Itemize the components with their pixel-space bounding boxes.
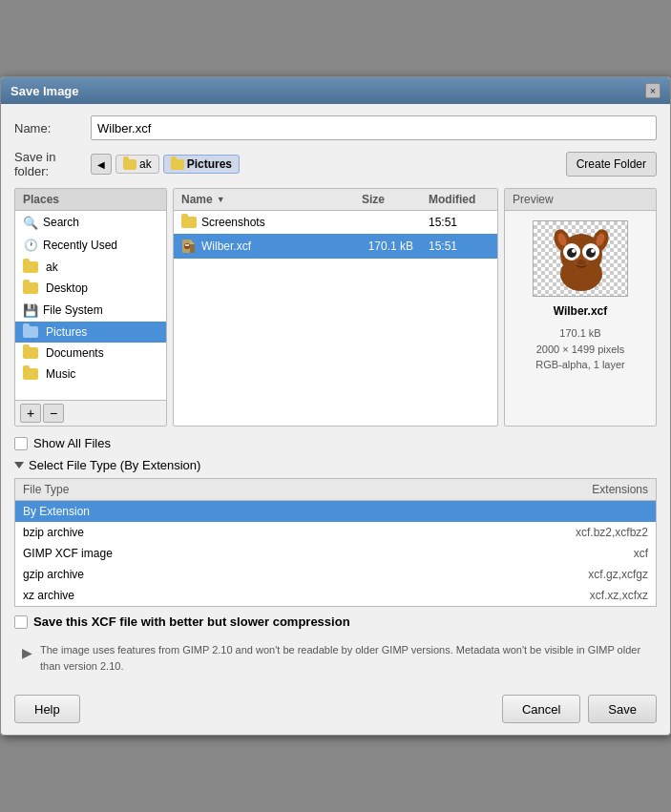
sidebar-item-desktop-label: Desktop [46, 281, 88, 295]
sidebar-item-pictures[interactable]: Pictures [15, 322, 166, 343]
filetype-name-gzip: gzip archive [15, 564, 364, 585]
svg-point-17 [591, 249, 595, 253]
svg-point-5 [187, 244, 189, 246]
compression-checkbox[interactable] [14, 615, 28, 629]
file-item-wilber[interactable]: Wilber.xcf 170.1 kB 15:51 [174, 234, 497, 259]
filetype-name-bzip: bzip archive [15, 522, 364, 543]
info-text: The image uses features from GIMP 2.10 a… [40, 642, 649, 674]
main-area: Places 🔍 Search 🕐 Recently Used [14, 188, 657, 427]
sidebar-item-ak[interactable]: ak [15, 257, 166, 278]
show-all-files-row: Show All Files [14, 436, 657, 450]
filetype-row-byext[interactable]: By Extension [15, 501, 657, 523]
svg-point-19 [574, 257, 589, 266]
breadcrumb-pictures[interactable]: Pictures [163, 155, 240, 174]
col-modified[interactable]: Modified [421, 189, 497, 210]
files-panel: Name ▼ Size Modified Screenshots 15:5 [173, 188, 498, 427]
col-filetype: File Type [15, 479, 364, 501]
sidebar-item-recently-used[interactable]: 🕐 Recently Used [15, 234, 166, 257]
name-row: Name: [14, 115, 657, 140]
folder-icon-screenshots [181, 217, 197, 228]
sidebar-item-filesystem-label: File System [43, 303, 103, 317]
folder-icon-documents [23, 347, 38, 359]
files-list: Screenshots 15:51 [174, 211, 497, 426]
sidebar-item-file-system[interactable]: 💾 File System [15, 299, 166, 322]
svg-point-4 [185, 244, 187, 246]
svg-point-16 [572, 249, 576, 253]
preview-body: Wilber.xcf 170.1 kB 2000 × 1499 pixels R… [505, 211, 656, 426]
col-size[interactable]: Size [354, 189, 421, 210]
file-mod-screenshots: 15:51 [421, 214, 497, 231]
filetype-ext-bzip: xcf.bz2,xcfbz2 [364, 522, 657, 543]
sidebar-item-documents[interactable]: Documents [15, 343, 166, 364]
file-size-wilber: 170.1 kB [354, 238, 421, 255]
svg-point-14 [567, 248, 577, 258]
dialog-buttons: Help Cancel Save [14, 691, 657, 723]
folder-row: Save in folder: ◀ ak Pictures Create Fol… [14, 150, 657, 178]
file-name-screenshots: Screenshots [174, 214, 354, 231]
show-all-files-label: Show All Files [33, 436, 111, 450]
places-list: 🔍 Search 🕐 Recently Used ak [15, 211, 166, 400]
compression-label: Save this XCF file with better but slowe… [33, 614, 350, 629]
breadcrumb-pictures-label: Pictures [187, 157, 232, 171]
show-all-files-checkbox[interactable] [14, 437, 28, 450]
breadcrumb-ak[interactable]: ak [115, 155, 159, 174]
filetype-ext-xz: xcf.xz,xcfxz [364, 585, 657, 607]
preview-header: Preview [505, 189, 656, 211]
filetype-row-xcf[interactable]: GIMP XCF image xcf [15, 543, 657, 564]
svg-marker-2 [190, 239, 195, 244]
filetype-row-gzip[interactable]: gzip archive xcf.gz,xcfgz [15, 564, 657, 585]
name-label: Name: [14, 121, 91, 135]
sidebar-item-search-label: Search [43, 216, 79, 229]
file-item-screenshots[interactable]: Screenshots 15:51 [174, 211, 497, 234]
nav-back-button[interactable]: ◀ [91, 154, 112, 175]
file-size-screenshots [354, 220, 421, 224]
info-section: ▶ The image uses features from GIMP 2.10… [14, 636, 657, 679]
remove-place-button[interactable]: − [43, 404, 64, 423]
filetype-table: File Type Extensions By Extension bzip a… [14, 478, 657, 607]
folder-nav: ◀ ak Pictures Create Folder [91, 152, 657, 177]
folder-icon-pictures [171, 159, 184, 170]
file-name-wilber: Wilber.xcf [174, 237, 354, 256]
dialog-content: Name: Save in folder: ◀ ak Pictures Crea… [1, 104, 670, 735]
filetype-row-xz[interactable]: xz archive xcf.xz,xcfxz [15, 585, 657, 607]
sidebar-item-music[interactable]: Music [15, 364, 166, 385]
breadcrumb-ak-label: ak [139, 157, 152, 171]
close-button[interactable]: × [645, 83, 661, 98]
filetype-ext-xcf: xcf [364, 543, 657, 564]
filetype-ext-gzip: xcf.gz,xcfgz [364, 564, 657, 585]
folder-icon-ak-sidebar [23, 261, 38, 273]
folder-icon-music [23, 368, 38, 380]
svg-point-3 [184, 243, 190, 249]
filename-input[interactable] [91, 115, 657, 140]
preview-panel: Preview [504, 188, 657, 427]
sort-arrow-icon: ▼ [217, 195, 225, 204]
cancel-button[interactable]: Cancel [502, 695, 580, 723]
search-icon: 🔍 [23, 215, 38, 230]
create-folder-button[interactable]: Create Folder [566, 152, 657, 177]
places-panel: Places 🔍 Search 🕐 Recently Used [14, 188, 167, 427]
filetype-row-bzip[interactable]: bzip archive xcf.bz2,xcfbz2 [15, 522, 657, 543]
sidebar-item-search[interactable]: 🔍 Search [15, 211, 166, 234]
preview-thumbnail [533, 220, 628, 297]
sidebar-item-desktop[interactable]: Desktop [15, 278, 166, 299]
files-header: Name ▼ Size Modified [174, 189, 497, 211]
places-footer: + − [15, 400, 166, 426]
preview-meta: 170.1 kB 2000 × 1499 pixels RGB-alpha, 1… [535, 325, 625, 373]
info-arrow-icon: ▶ [22, 643, 32, 663]
help-button[interactable]: Help [14, 695, 80, 723]
xcf-file-icon [181, 239, 197, 254]
folder-icon-pictures-sidebar [23, 326, 38, 338]
add-place-button[interactable]: + [20, 404, 41, 423]
save-image-dialog: Save Image × Name: Save in folder: ◀ ak … [0, 76, 671, 736]
clock-icon: 🕐 [23, 238, 38, 253]
folder-icon-ak [123, 159, 136, 170]
filetype-name-xz: xz archive [15, 585, 364, 607]
titlebar: Save Image × [1, 77, 670, 104]
sidebar-item-recently-label: Recently Used [43, 239, 117, 252]
filetype-toggle[interactable]: Select File Type (By Extension) [14, 458, 657, 472]
col-name[interactable]: Name ▼ [174, 189, 354, 210]
sidebar-item-documents-label: Documents [46, 346, 104, 360]
save-button[interactable]: Save [588, 695, 657, 723]
col-extensions: Extensions [364, 479, 657, 501]
places-header: Places [15, 189, 166, 211]
